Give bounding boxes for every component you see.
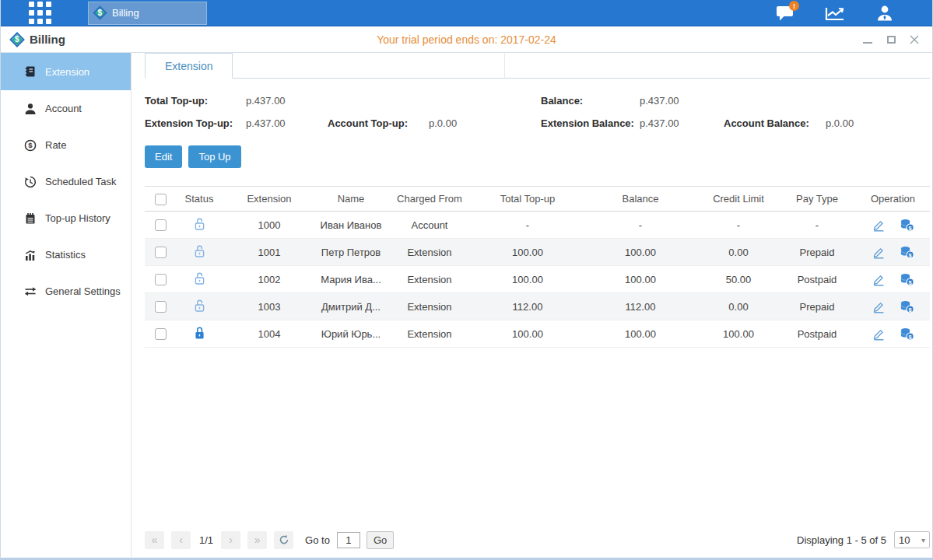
taskbar-billing-tab[interactable]: $ Billing: [88, 2, 207, 25]
column-header-status[interactable]: Status: [176, 187, 223, 212]
account-topup-label: Account Top-up:: [328, 117, 429, 129]
sidebar-item-account[interactable]: Account: [1, 90, 131, 127]
cell-charged-from: Extension: [386, 239, 473, 266]
goto-page-input[interactable]: [337, 532, 360, 548]
row-checkbox[interactable]: [155, 301, 167, 313]
cell-operation: $: [856, 239, 930, 266]
window-controls: [862, 35, 920, 44]
table-row[interactable]: 1001Петр ПетровExtension100.00100.000.00…: [145, 239, 930, 266]
sliders-icon: [24, 285, 37, 298]
sidebar-item-scheduled-task[interactable]: Scheduled Task: [1, 163, 131, 200]
reports-chart-icon[interactable]: [825, 4, 845, 23]
cell-balance: 100.00: [582, 266, 699, 293]
extension-topup-label: Extension Top-up:: [145, 117, 246, 129]
sidebar-item-general-settings[interactable]: General Settings: [1, 273, 131, 310]
topbar: $ Billing !: [1, 0, 932, 26]
row-checkbox[interactable]: [155, 274, 167, 285]
topup-coins-icon[interactable]: $: [900, 246, 914, 259]
table-row[interactable]: 1002Мария Ива...Extension100.00100.0050.…: [145, 266, 930, 293]
last-page-button[interactable]: »: [247, 531, 267, 549]
app-body: ExtensionAccount$RateScheduled TaskTop-u…: [1, 53, 932, 557]
cell-select: [145, 266, 176, 293]
column-header-credit-limit[interactable]: Credit Limit: [699, 187, 778, 212]
page-indicator: 1/1: [199, 534, 213, 546]
edit-pencil-icon[interactable]: [872, 273, 886, 286]
topup-coins-icon[interactable]: $: [900, 219, 914, 232]
cell-charged-from: Account: [386, 212, 473, 239]
go-button[interactable]: Go: [367, 531, 394, 549]
close-button[interactable]: [909, 35, 920, 44]
table-row[interactable]: 1000Иван ИвановAccount----$: [145, 212, 930, 239]
column-header-charged-from[interactable]: Charged From: [386, 187, 473, 212]
column-header-extension[interactable]: Extension: [223, 187, 316, 212]
column-header-name[interactable]: Name: [316, 187, 386, 212]
topup-coins-icon[interactable]: $: [900, 273, 914, 286]
sidebar-item-statistics[interactable]: Statistics: [1, 236, 131, 273]
column-header-pay-type[interactable]: Pay Type: [778, 187, 856, 212]
displaying-text: Displaying 1 - 5 of 5: [797, 534, 886, 546]
billing-window: $ Billing !: [0, 0, 933, 560]
window-logo-title: $ Billing: [12, 33, 65, 46]
app-grid-icon[interactable]: [29, 2, 55, 24]
column-header-total-top-up[interactable]: Total Top-up: [473, 187, 582, 212]
next-page-button[interactable]: ›: [221, 531, 240, 549]
edit-pencil-icon[interactable]: [872, 300, 886, 313]
sidebar-item-top-up-history[interactable]: Top-up History: [1, 200, 131, 236]
user-icon: [24, 103, 37, 115]
stats-icon: [24, 249, 37, 261]
edit-pencil-icon[interactable]: [872, 219, 886, 232]
balance-value: p.437.00: [640, 95, 724, 107]
cell-total-topup: 100.00: [473, 266, 582, 293]
topbar-actions: !: [775, 0, 895, 26]
column-header-operation[interactable]: Operation: [856, 187, 930, 212]
cell-name: Дмитрий Д...: [316, 293, 386, 320]
lock-open-icon: [193, 244, 206, 258]
taskbar-tab-label: Billing: [112, 7, 139, 19]
total-topup-label: Total Top-up:: [145, 95, 246, 107]
cell-credit-limit: 100.00: [699, 320, 778, 348]
row-checkbox[interactable]: [155, 219, 167, 231]
content-spacer: [145, 348, 930, 529]
cell-operation: $: [856, 266, 930, 293]
select-all-checkbox[interactable]: [155, 194, 167, 205]
user-account-icon[interactable]: [875, 4, 895, 23]
table-header-row: StatusExtensionNameCharged FromTotal Top…: [145, 187, 930, 212]
sidebar-item-rate[interactable]: $Rate: [1, 127, 131, 163]
tab-strip: Extension: [145, 53, 930, 79]
cell-extension: 1002: [223, 266, 316, 293]
account-balance-label: Account Balance:: [724, 117, 826, 129]
row-checkbox[interactable]: [155, 247, 167, 258]
sidebar-item-label: Scheduled Task: [45, 176, 117, 187]
page-size-select[interactable]: 10 ▾: [894, 531, 930, 548]
topup-coins-icon[interactable]: $: [900, 300, 914, 313]
sidebar-item-extension[interactable]: Extension: [1, 53, 131, 90]
column-header-balance[interactable]: Balance: [582, 187, 699, 212]
billing-app-icon: $: [93, 5, 107, 19]
edit-pencil-icon[interactable]: [872, 246, 886, 259]
cell-extension: 1004: [223, 320, 316, 348]
cell-extension: 1000: [223, 212, 316, 239]
main-content: Extension Total Top-up: p.437.00 Balance…: [132, 53, 933, 557]
cell-pay-type: -: [778, 212, 856, 239]
minimize-button[interactable]: [862, 35, 873, 44]
row-checkbox[interactable]: [155, 328, 167, 340]
cell-credit-limit: 0.00: [699, 293, 778, 320]
account-topup-value: p.0.00: [429, 117, 541, 129]
sidebar-item-label: Rate: [45, 139, 66, 151]
cell-status: [176, 266, 223, 293]
ledger-icon: [24, 65, 37, 78]
tab-extension[interactable]: Extension: [145, 53, 233, 79]
notifications-icon[interactable]: !: [775, 4, 795, 23]
prev-page-button[interactable]: ‹: [171, 531, 191, 549]
table-row[interactable]: 1004Юрий Юрь...Extension100.00100.00100.…: [145, 320, 930, 348]
edit-pencil-icon[interactable]: [872, 327, 886, 341]
first-page-button[interactable]: «: [145, 531, 164, 549]
table-row[interactable]: 1003Дмитрий Д...Extension112.00112.000.0…: [145, 293, 930, 320]
topup-coins-icon[interactable]: $: [900, 327, 914, 341]
edit-button[interactable]: Edit: [145, 145, 182, 168]
refresh-icon[interactable]: [274, 531, 293, 549]
maximize-button[interactable]: [886, 35, 896, 44]
top-up-button[interactable]: Top Up: [188, 145, 240, 168]
summary-panel: Total Top-up: p.437.00 Balance: p.437.00…: [145, 95, 930, 129]
titlebar: $ Billing Your trial period ends on: 201…: [1, 26, 932, 53]
